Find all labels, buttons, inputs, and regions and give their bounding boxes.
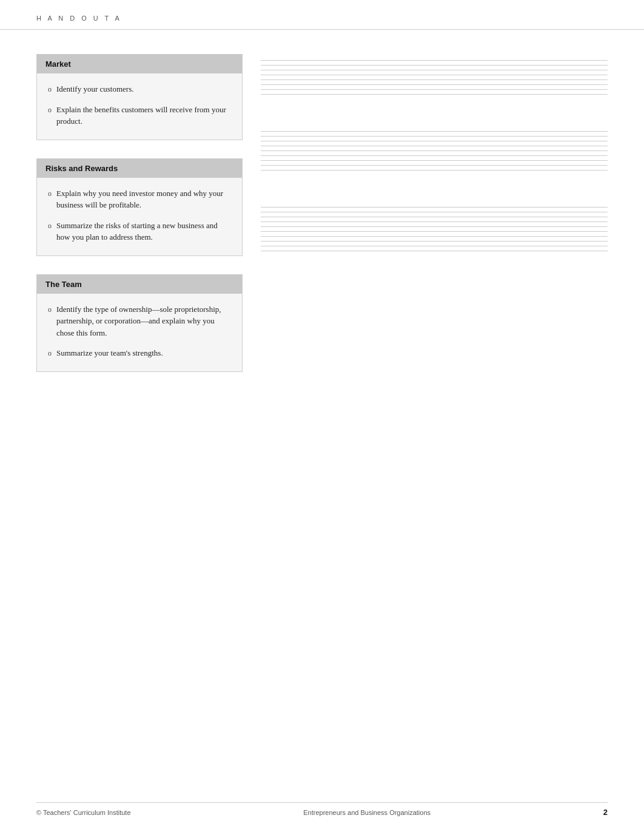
risks-section-body: o Explain why you need investor money an… (37, 178, 242, 255)
team-section-body: o Identify the type of ownership—sole pr… (37, 294, 242, 371)
ruled-line (261, 221, 608, 222)
team-section-header: The Team (37, 275, 242, 294)
right-column (261, 54, 608, 390)
ruled-line (261, 241, 608, 242)
market-bullet-text-2: Explain the benefits customers will rece… (56, 104, 231, 127)
ruled-line (261, 60, 608, 61)
right-lines-risks (261, 131, 608, 171)
ruled-line (261, 226, 608, 227)
bullet-marker-6: o (48, 348, 52, 359)
ruled-line (261, 136, 608, 137)
ruled-line (261, 75, 608, 75)
bullet-marker-5: o (48, 304, 52, 315)
team-section: The Team o Identify the type of ownershi… (36, 274, 243, 372)
ruled-line (261, 155, 608, 156)
ruled-line (261, 89, 608, 90)
left-column: Market o Identify your customers. o Expl… (36, 54, 243, 390)
ruled-line (261, 84, 608, 85)
footer-copyright: © Teachers' Curriculum Institute (36, 809, 131, 816)
ruled-line (261, 79, 608, 80)
ruled-line (261, 236, 608, 237)
ruled-line (261, 246, 608, 246)
ruled-line (261, 141, 608, 141)
footer-page-number: 2 (603, 808, 608, 817)
ruled-line (261, 212, 608, 212)
bullet-marker-4: o (48, 220, 52, 231)
market-bullet-1: o Identify your customers. (48, 83, 231, 95)
ruled-line (261, 217, 608, 217)
market-section-header: Market (37, 55, 242, 73)
ruled-line (261, 160, 608, 161)
ruled-line (261, 207, 608, 208)
right-lines-market (261, 60, 608, 95)
ruled-line (261, 165, 608, 166)
page-footer: © Teachers' Curriculum Institute Entrepr… (36, 802, 608, 817)
ruled-line (261, 170, 608, 171)
risks-bullet-text-2: Summarize the risks of starting a new bu… (56, 220, 231, 243)
team-bullet-1: o Identify the type of ownership—sole pr… (48, 303, 231, 339)
risks-bullet-text-1: Explain why you need investor money and … (56, 188, 231, 211)
market-section-body: o Identify your customers. o Explain the… (37, 73, 242, 140)
ruled-line (261, 251, 608, 251)
market-section: Market o Identify your customers. o Expl… (36, 54, 243, 140)
bullet-marker-3: o (48, 188, 52, 199)
ruled-line (261, 94, 608, 95)
risks-bullet-1: o Explain why you need investor money an… (48, 188, 231, 211)
ruled-line (261, 150, 608, 151)
footer-title: Entrepreneurs and Business Organizations (303, 809, 431, 816)
right-spacer-2 (261, 179, 608, 203)
ruled-line (261, 70, 608, 70)
risks-section-header: Risks and Rewards (37, 159, 242, 178)
team-bullet-text-2: Summarize your team's strengths. (56, 347, 231, 359)
right-lines-team (261, 207, 608, 251)
right-spacer-1 (261, 103, 608, 127)
risks-bullet-2: o Summarize the risks of starting a new … (48, 220, 231, 243)
page-header: H A N D O U T A (0, 0, 644, 30)
ruled-line (261, 231, 608, 232)
ruled-line (261, 131, 608, 132)
team-bullet-2: o Summarize your team's strengths. (48, 347, 231, 359)
ruled-line (261, 65, 608, 66)
bullet-marker-2: o (48, 104, 52, 115)
market-bullet-2: o Explain the benefits customers will re… (48, 104, 231, 127)
risks-section: Risks and Rewards o Explain why you need… (36, 158, 243, 256)
ruled-line (261, 146, 608, 146)
main-content: Market o Identify your customers. o Expl… (0, 30, 644, 414)
team-bullet-text-1: Identify the type of ownership—sole prop… (56, 303, 231, 339)
market-bullet-text-1: Identify your customers. (56, 83, 231, 95)
bullet-marker-1: o (48, 84, 52, 95)
header-title: H A N D O U T A (36, 15, 122, 22)
